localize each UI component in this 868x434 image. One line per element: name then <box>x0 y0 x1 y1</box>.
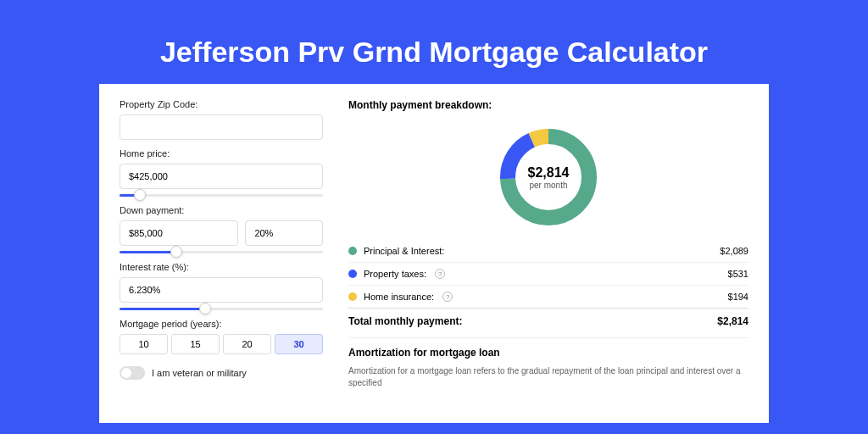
donut-amount: $2,814 <box>528 165 570 181</box>
down-payment-input[interactable] <box>120 220 238 246</box>
donut-chart: $2,814 per month <box>498 126 599 228</box>
legend-value: $194 <box>728 292 748 302</box>
breakdown-column: Monthly payment breakdown: $2,814 per mo… <box>348 99 748 423</box>
zip-label: Property Zip Code: <box>120 99 323 109</box>
legend-label: Property taxes: <box>364 269 426 279</box>
home-price-input[interactable] <box>120 164 323 189</box>
slider-thumb[interactable] <box>170 246 182 258</box>
total-label: Total monthly payment: <box>348 315 462 327</box>
period-selector: 10152030 <box>120 334 323 354</box>
slider-thumb[interactable] <box>199 303 211 314</box>
slider-fill <box>120 251 176 253</box>
home-price-slider[interactable] <box>120 194 323 197</box>
home-price-label: Home price: <box>120 148 323 159</box>
down-payment-label: Down payment: <box>120 205 323 215</box>
legend-value: $531 <box>728 269 748 279</box>
legend-dot <box>348 270 357 278</box>
veteran-toggle[interactable] <box>120 366 145 380</box>
donut-sub: per month <box>529 181 567 190</box>
interest-label: Interest rate (%): <box>120 262 323 272</box>
slider-thumb[interactable] <box>134 189 146 201</box>
legend-dot <box>348 247 357 255</box>
period-button-10[interactable]: 10 <box>120 334 168 354</box>
period-button-15[interactable]: 15 <box>171 334 220 354</box>
legend-dot <box>348 292 357 301</box>
legend-label: Principal & Interest: <box>364 246 444 256</box>
zip-input[interactable] <box>120 114 323 140</box>
down-payment-pct-input[interactable] <box>245 220 323 246</box>
period-button-20[interactable]: 20 <box>223 334 271 354</box>
legend-row: Home insurance:?$194 <box>348 285 748 308</box>
interest-slider[interactable] <box>120 308 323 310</box>
page-title: Jefferson Prv Grnd Mortgage Calculator <box>0 0 868 84</box>
down-payment-slider[interactable] <box>120 251 323 253</box>
legend-label: Home insurance: <box>364 292 434 302</box>
total-value: $2,814 <box>717 315 748 327</box>
slider-fill <box>120 308 205 310</box>
help-icon[interactable]: ? <box>442 292 453 302</box>
veteran-label: I am veteran or military <box>152 368 247 378</box>
legend-row: Principal & Interest:$2,089 <box>348 240 748 262</box>
calculator-panel: Property Zip Code: Home price: Down paym… <box>99 84 769 423</box>
period-button-30[interactable]: 30 <box>275 334 323 354</box>
legend-row: Property taxes:?$531 <box>348 262 748 285</box>
amort-title: Amortization for mortgage loan <box>348 347 748 359</box>
amort-text: Amortization for a mortgage loan refers … <box>348 365 748 389</box>
help-icon[interactable]: ? <box>435 269 445 279</box>
breakdown-title: Monthly payment breakdown: <box>348 99 748 111</box>
legend-value: $2,089 <box>720 246 748 256</box>
interest-input[interactable] <box>120 277 323 303</box>
period-label: Mortgage period (years): <box>120 319 323 329</box>
legend: Principal & Interest:$2,089Property taxe… <box>348 240 748 308</box>
form-column: Property Zip Code: Home price: Down paym… <box>120 99 323 423</box>
